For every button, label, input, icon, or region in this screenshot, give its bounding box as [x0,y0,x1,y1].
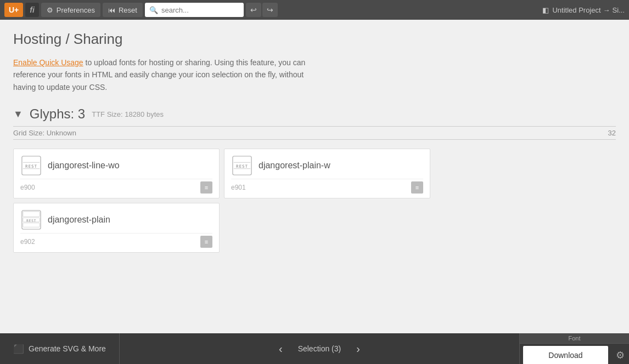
glyphs-header: ▼ Glyphs: 3 TTF Size: 18280 bytes [13,106,616,122]
glyph-edit-icon-2[interactable]: ≡ [200,236,212,248]
toolbar: U+ fi ⚙ Preferences ⏮ Reset 🔍 ↩ ↪ ◧ Unti… [0,0,629,20]
glyph-card-0[interactable]: REST djangorest-line-wo e900 ≡ [13,149,220,198]
glyph-top-0: REST djangorest-line-wo [20,155,212,177]
glyph-bottom-1: e901 ≡ [231,179,423,194]
glyph-bottom-0: e900 ≡ [20,179,212,194]
glyph-code-0: e900 [20,184,35,191]
bottom-nav: ‹ Selection (3) › [120,340,519,357]
download-settings-button[interactable]: ⚙ [611,349,629,361]
gear-icon: ⚙ [47,6,53,14]
generate-icon: ⬛ [13,344,24,354]
project-name: Untitled Project [552,6,600,14]
glyph-code-2: e902 [20,238,35,246]
glyph-icon-1: REST [231,155,253,177]
glyphs-count: Glyphs: 3 [30,106,85,122]
page-title: Hosting / Sharing [13,31,616,48]
glyph-code-1: e901 [231,184,246,191]
reset-icon: ⏮ [108,6,115,14]
glyph-name-1: djangorest-plain-w [259,161,330,170]
glyph-card-1[interactable]: REST djangorest-plain-w e901 ≡ [224,149,430,198]
glyph-top-2: REST djangorest-plain [20,209,212,231]
fi-button[interactable]: fi [25,3,39,17]
signin-icon: → [603,6,610,14]
ttf-size: TTF Size: 18280 bytes [92,110,164,118]
svg-text:REST: REST [25,164,37,169]
project-info: ◧ Untitled Project [542,6,600,14]
glyph-edit-icon-0[interactable]: ≡ [200,181,212,194]
glyph-top-1: REST djangorest-plain-w [231,155,423,177]
glyph-grid: REST djangorest-line-wo e900 ≡ REST [13,149,430,253]
glyph-name-2: djangorest-plain [48,215,110,225]
svg-text:REST: REST [26,219,36,223]
generate-button[interactable]: ⬛ Generate SVG & More [0,333,120,364]
svg-rect-10 [23,212,40,217]
redo-button[interactable]: ↪ [262,3,278,17]
signin-button[interactable]: → Si... [603,6,625,14]
layers-icon: ◧ [542,6,549,14]
enable-quick-usage-link[interactable]: Enable Quick Usage [13,58,83,67]
download-button[interactable]: Download [523,346,608,364]
bottom-bar: ⬛ Generate SVG & More ‹ Selection (3) › … [0,333,629,364]
reset-button[interactable]: ⏮ Reset [103,3,143,17]
signin-label: Si... [613,6,625,14]
nav-prev-button[interactable]: ‹ [274,340,287,357]
description: Enable Quick Usage to upload fonts for h… [13,56,326,93]
svg-text:REST: REST [236,164,248,169]
download-section: Font Download ⚙ [519,333,629,364]
preferences-label: Preferences [57,6,95,14]
download-row: Download ⚙ [520,344,629,364]
glyph-card-2[interactable]: REST djangorest-plain e902 ≡ [13,203,220,253]
grid-size-label: Grid Size: Unknown [13,129,76,137]
svg-rect-12 [23,223,40,228]
chevron-down-icon[interactable]: ▼ [13,109,23,120]
preferences-button[interactable]: ⚙ Preferences [41,3,100,17]
reset-label: Reset [119,6,137,14]
undo-button[interactable]: ↩ [246,3,261,17]
grid-size-value: 32 [608,129,616,137]
generate-label: Generate SVG & More [29,344,106,353]
glyph-bottom-2: e902 ≡ [20,233,212,248]
nav-next-button[interactable]: › [352,340,364,357]
glyph-name-0: djangorest-line-wo [48,161,120,170]
grid-size-bar: Grid Size: Unknown 32 [13,126,616,140]
font-label: Font [520,333,629,344]
selection-label: Selection (3) [298,344,341,353]
search-box: 🔍 [145,3,244,17]
undo-redo-group: ↩ ↪ [246,3,278,17]
glyph-icon-2: REST [20,209,42,231]
search-input[interactable] [161,6,238,14]
main-content: Hosting / Sharing Enable Quick Usage to … [0,20,629,333]
search-icon: 🔍 [149,6,158,14]
u-plus-button[interactable]: U+ [4,3,23,17]
glyph-icon-0: REST [20,155,42,177]
glyph-edit-icon-1[interactable]: ≡ [411,181,423,194]
